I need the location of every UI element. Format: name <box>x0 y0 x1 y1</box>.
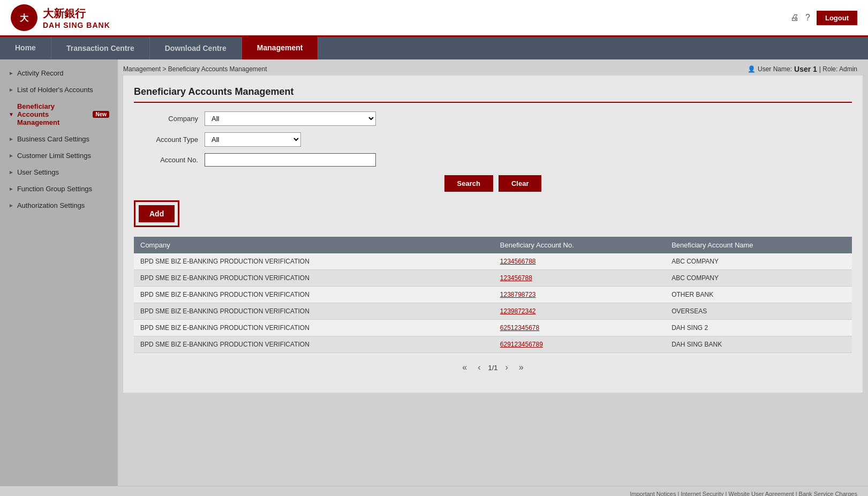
cell-account-name: DAH SING BANK <box>665 336 852 353</box>
content-panel: Beneficiary Accounts Management Company … <box>123 76 863 393</box>
user-name-value: User 1 <box>794 65 817 73</box>
table-row: BPD SME BIZ E-BANKING PRODUCTION VERIFIC… <box>134 270 852 287</box>
logo-english: DAH SING BANK <box>43 21 110 29</box>
sidebar-item-function-group[interactable]: ► Function Group Settings <box>0 181 118 197</box>
pagination: « ‹ 1/1 › » <box>134 353 852 382</box>
search-btn-row: Search Clear <box>134 175 852 192</box>
last-page-button[interactable]: » <box>516 362 527 373</box>
table-row: BPD SME BIZ E-BANKING PRODUCTION VERIFIC… <box>134 303 852 320</box>
logout-button[interactable]: Logout <box>817 11 857 25</box>
nav-item-management[interactable]: Management <box>242 37 319 59</box>
account-type-select[interactable]: All <box>205 132 301 147</box>
account-no-link[interactable]: 1234566788 <box>500 258 536 265</box>
nav-item-transaction-centre[interactable]: Transaction Centre <box>51 37 150 59</box>
cell-account-no[interactable]: 1238798723 <box>494 287 665 303</box>
table-row: BPD SME BIZ E-BANKING PRODUCTION VERIFIC… <box>134 253 852 270</box>
sidebar-item-user-settings[interactable]: ► User Settings <box>0 164 118 181</box>
user-name-label: User Name: <box>758 65 792 73</box>
account-no-input[interactable] <box>205 153 376 167</box>
add-btn-wrapper: Add <box>134 200 179 227</box>
cell-company: BPD SME BIZ E-BANKING PRODUCTION VERIFIC… <box>134 336 494 353</box>
account-no-link[interactable]: 62512345678 <box>500 324 539 332</box>
cell-account-no[interactable]: 1239872342 <box>494 303 665 320</box>
cell-account-no[interactable]: 1234566788 <box>494 253 665 270</box>
search-button[interactable]: Search <box>444 175 493 192</box>
help-button[interactable]: ? <box>805 13 810 22</box>
cell-company: BPD SME BIZ E-BANKING PRODUCTION VERIFIC… <box>134 287 494 303</box>
print-button[interactable]: 🖨 <box>790 13 799 22</box>
cell-account-name: OVERSEAS <box>665 303 852 320</box>
sidebar-item-label: Activity Record <box>17 69 64 77</box>
arrow-icon: ► <box>9 169 14 175</box>
account-type-row: Account Type All <box>134 132 852 147</box>
breadcrumb: Management > Beneficiary Accounts Manage… <box>123 65 267 73</box>
next-page-button[interactable]: › <box>502 362 511 373</box>
table-row: BPD SME BIZ E-BANKING PRODUCTION VERIFIC… <box>134 320 852 336</box>
page-header: 大 大新銀行 DAH SING BANK 🖨 ? Logout <box>0 0 868 37</box>
arrow-icon: ► <box>9 136 14 142</box>
company-select[interactable]: All <box>205 111 376 126</box>
first-page-button[interactable]: « <box>459 362 470 373</box>
logo-icon: 大 <box>11 4 37 31</box>
arrow-icon: ► <box>9 70 14 76</box>
sidebar-item-business-card[interactable]: ► Business Card Settings <box>0 131 118 147</box>
col-account-name: Beneficiary Account Name <box>665 237 852 253</box>
breadcrumb-root[interactable]: Management <box>123 65 161 73</box>
cell-account-no[interactable]: 62512345678 <box>494 320 665 336</box>
sidebar-item-label: Business Card Settings <box>17 135 89 143</box>
sidebar-item-label: Beneficiary Accounts Management <box>17 102 88 126</box>
arrow-down-icon: ▼ <box>9 111 14 117</box>
sidebar-item-authorization[interactable]: ► Authorization Settings <box>0 197 118 214</box>
account-no-row: Account No. <box>134 153 852 167</box>
col-company: Company <box>134 237 494 253</box>
cell-account-no[interactable]: 629123456789 <box>494 336 665 353</box>
user-info-bar: 👤 User Name: User 1 | Role: Admin <box>748 65 857 73</box>
sidebar-item-label: User Settings <box>17 168 59 176</box>
beneficiary-accounts-table: Company Beneficiary Account No. Benefici… <box>134 237 852 353</box>
main-nav: Home Transaction Centre Download Centre … <box>0 37 868 59</box>
breadcrumb-separator: > <box>162 65 166 73</box>
sidebar-item-label: Function Group Settings <box>17 185 92 193</box>
sidebar: ► Activity Record ► List of Holder's Acc… <box>0 59 118 486</box>
sidebar-item-activity-record[interactable]: ► Activity Record <box>0 65 118 81</box>
cell-account-name: ABC COMPANY <box>665 253 852 270</box>
sidebar-item-label: List of Holder's Accounts <box>17 86 93 94</box>
table-row: BPD SME BIZ E-BANKING PRODUCTION VERIFIC… <box>134 336 852 353</box>
cell-account-name: DAH SING 2 <box>665 320 852 336</box>
sidebar-item-label: Customer Limit Settings <box>17 152 91 160</box>
user-role: | Role: Admin <box>819 65 857 73</box>
footer-line1: Important Notices | Internet Security | … <box>11 491 857 496</box>
sidebar-item-beneficiary-accounts[interactable]: ▼ Beneficiary Accounts Management New <box>0 98 118 131</box>
account-no-link[interactable]: 123456788 <box>500 274 532 282</box>
arrow-icon: ► <box>9 87 14 93</box>
cell-account-name: OTHER BANK <box>665 287 852 303</box>
cell-company: BPD SME BIZ E-BANKING PRODUCTION VERIFIC… <box>134 303 494 320</box>
sidebar-item-customer-limit[interactable]: ► Customer Limit Settings <box>0 147 118 164</box>
cell-account-no[interactable]: 123456788 <box>494 270 665 287</box>
account-no-link[interactable]: 629123456789 <box>500 341 543 348</box>
account-no-link[interactable]: 1238798723 <box>500 291 536 298</box>
logo-chinese: 大新銀行 <box>43 6 110 21</box>
arrow-icon: ► <box>9 153 14 159</box>
arrow-icon: ► <box>9 202 14 208</box>
cell-account-name: ABC COMPANY <box>665 270 852 287</box>
new-badge: New <box>93 111 109 118</box>
table-header-row: Company Beneficiary Account No. Benefici… <box>134 237 852 253</box>
breadcrumb-current: Beneficiary Accounts Management <box>168 65 267 73</box>
sidebar-item-list-of-holders[interactable]: ► List of Holder's Accounts <box>0 81 118 98</box>
logo-area: 大 大新銀行 DAH SING BANK <box>11 4 110 31</box>
cell-company: BPD SME BIZ E-BANKING PRODUCTION VERIFIC… <box>134 253 494 270</box>
account-no-link[interactable]: 1239872342 <box>500 307 536 315</box>
nav-item-download-centre[interactable]: Download Centre <box>150 37 242 59</box>
header-actions: 🖨 ? Logout <box>790 11 857 25</box>
prev-page-button[interactable]: ‹ <box>474 362 484 373</box>
user-icon: 👤 <box>748 65 756 73</box>
page-layout: ► Activity Record ► List of Holder's Acc… <box>0 59 868 486</box>
cell-company: BPD SME BIZ E-BANKING PRODUCTION VERIFIC… <box>134 320 494 336</box>
svg-text:大: 大 <box>19 13 29 22</box>
clear-button[interactable]: Clear <box>499 175 542 192</box>
footer: Important Notices | Internet Security | … <box>0 486 868 496</box>
add-button[interactable]: Add <box>139 205 175 222</box>
nav-item-home[interactable]: Home <box>0 37 51 59</box>
main-content: Management > Beneficiary Accounts Manage… <box>118 59 868 486</box>
